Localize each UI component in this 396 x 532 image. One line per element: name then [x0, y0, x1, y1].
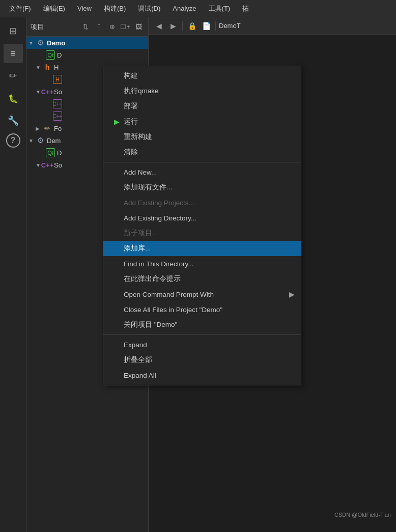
- menu-popup-command-label: 在此弹出命令提示: [124, 274, 181, 284]
- menu-find-in-dir-label: Find in This Directory...: [124, 260, 194, 268]
- folder-cpp2-icon: C++: [43, 160, 52, 170]
- separator-2: [103, 334, 301, 335]
- sidebar-document-icon[interactable]: ≡: [4, 44, 23, 63]
- panel-add-btn[interactable]: ☐+: [120, 21, 131, 33]
- menu-deploy-label: 部署: [124, 102, 138, 111]
- separator-1: [103, 162, 301, 162]
- folder-cpp-icon: C++: [43, 87, 52, 96]
- tree-item-demo-root[interactable]: ▼ ⚙ Demo: [26, 37, 148, 49]
- tree-label: Fo: [54, 125, 62, 132]
- menu-add-existing-file[interactable]: 添加现有文件...: [103, 180, 301, 195]
- menu-view[interactable]: View: [72, 3, 97, 14]
- toolbar-sep1: [182, 21, 183, 31]
- tree-label: So: [54, 161, 62, 169]
- sidebar-wrench-icon[interactable]: 🔧: [4, 111, 23, 130]
- cpp-file-icon2: C++: [53, 111, 62, 121]
- toolbar-back-btn[interactable]: ◀: [153, 20, 165, 32]
- tree-arrow: ▶: [36, 126, 43, 131]
- context-menu: 构建 执行qmake 部署 ▶ 运行 重新构建 清除: [103, 66, 301, 385]
- tree-label: Dem: [47, 137, 61, 145]
- menu-clean-label: 清除: [124, 148, 138, 157]
- toolbar-sep2: [215, 21, 216, 31]
- menu-add-existing-dir[interactable]: Add Existing Directory...: [103, 210, 301, 226]
- panel-funnel-btn[interactable]: ⊺: [93, 21, 104, 33]
- sidebar-question-icon[interactable]: ?: [6, 133, 20, 148]
- menu-add-library-label: 添加库...: [124, 244, 151, 253]
- toolbar-forward-btn[interactable]: ▶: [167, 20, 179, 32]
- sidebar-grid-icon[interactable]: ⊞: [4, 21, 23, 41]
- menu-file[interactable]: 文件(F): [4, 2, 36, 15]
- panel-link-btn[interactable]: ⊕: [106, 21, 118, 33]
- toolbar-lock-btn[interactable]: 🔒: [186, 20, 198, 32]
- editor-toolbar: ◀ ▶ 🔒 📄 DemoT: [149, 17, 396, 35]
- main-layout: ⊞ ≡ ✏ 🐛 🔧 ? 项目 ⇅ ⊺ ⊕ ☐+ 🖼 ▼ ⚙ Demo Qt: [0, 17, 396, 532]
- tree-item-d1[interactable]: Qt D: [26, 49, 148, 61]
- menu-find-in-dir[interactable]: Find in This Directory...: [103, 256, 301, 271]
- menu-add-existing-projects-label: Add Existing Projects...: [124, 199, 194, 207]
- menu-build[interactable]: 构建: [103, 68, 301, 83]
- run-icon: ▶: [111, 118, 122, 126]
- folder-h-icon: h: [43, 63, 52, 72]
- editor-tab-label: DemoT: [219, 22, 241, 30]
- menu-build-label: 构建: [124, 71, 138, 80]
- h-file-icon: H: [53, 75, 62, 84]
- sidebar-pencil-icon[interactable]: ✏: [4, 66, 23, 86]
- toolbar-doc-btn[interactable]: 📄: [200, 20, 212, 32]
- menu-rebuild[interactable]: 重新构建: [103, 129, 301, 145]
- menu-extra[interactable]: 拓: [237, 2, 254, 15]
- menu-add-new[interactable]: Add New...: [103, 164, 301, 180]
- menu-open-prompt-label: Open Command Prompt With: [124, 291, 214, 298]
- menu-close-all-label: Close All Files in Project "Demo": [124, 306, 222, 314]
- menu-close-project[interactable]: 关闭项目 "Demo": [103, 317, 301, 332]
- menu-clean[interactable]: 清除: [103, 145, 301, 160]
- tree-label: D: [57, 149, 62, 157]
- cpp-file-icon: C++: [53, 99, 62, 108]
- tree-label: Demo: [47, 39, 65, 47]
- menu-expand-all[interactable]: Expand All: [103, 368, 301, 383]
- menu-popup-command[interactable]: 在此弹出命令提示: [103, 271, 301, 287]
- menu-edit[interactable]: 编辑(E): [38, 2, 70, 15]
- panel-image-btn[interactable]: 🖼: [133, 21, 144, 33]
- tree-label: So: [54, 88, 62, 96]
- qt-file2-icon: Qt: [46, 148, 55, 157]
- panel-title: 项目: [31, 22, 78, 32]
- menu-add-library[interactable]: 添加库...: [103, 241, 301, 256]
- menu-new-subproject-label: 新子项目...: [124, 229, 158, 238]
- menu-tools[interactable]: 工具(T): [204, 2, 236, 15]
- menu-close-project-label: 关闭项目 "Demo": [124, 320, 177, 329]
- menu-rebuild-label: 重新构建: [124, 132, 152, 142]
- folder-gear2-icon: ⚙: [36, 136, 45, 145]
- tree-label: H: [54, 64, 59, 71]
- menu-deploy[interactable]: 部署: [103, 99, 301, 114]
- menu-collapse-all[interactable]: 折叠全部: [103, 352, 301, 368]
- menu-add-existing-projects: Add Existing Projects...: [103, 195, 301, 210]
- menu-collapse-label: 折叠全部: [124, 355, 152, 365]
- folder-pen-icon: ✏: [43, 124, 52, 133]
- menu-expand-all-label: Expand All: [124, 372, 156, 379]
- menu-add-new-label: Add New...: [124, 169, 157, 176]
- menu-open-prompt-with[interactable]: Open Command Prompt With ▶: [103, 287, 301, 302]
- menu-expand[interactable]: Expand: [103, 337, 301, 352]
- menu-build[interactable]: 构建(B): [99, 2, 131, 15]
- sidebar: ⊞ ≡ ✏ 🐛 🔧 ?: [0, 17, 26, 532]
- menu-run[interactable]: ▶ 运行: [103, 114, 301, 129]
- menu-add-existing-dir-label: Add Existing Directory...: [124, 214, 196, 222]
- qt-file-icon: Qt: [46, 50, 55, 60]
- menu-analyze[interactable]: Analyze: [167, 3, 201, 14]
- menu-expand-label: Expand: [124, 341, 147, 349]
- menu-qmake[interactable]: 执行qmake: [103, 83, 301, 99]
- menu-debug[interactable]: 调试(D): [133, 2, 165, 15]
- menu-run-label: 运行: [124, 117, 138, 126]
- panel-header: 项目 ⇅ ⊺ ⊕ ☐+ 🖼: [26, 17, 148, 37]
- watermark: CSDN @OldField-Tian: [334, 512, 391, 518]
- project-panel: 项目 ⇅ ⊺ ⊕ ☐+ 🖼 ▼ ⚙ Demo Qt D ▼ h: [26, 17, 149, 532]
- sidebar-bug-icon[interactable]: 🐛: [4, 89, 23, 108]
- folder-gear-icon: ⚙: [36, 38, 45, 47]
- menubar: 文件(F) 编辑(E) View 构建(B) 调试(D) Analyze 工具(…: [0, 0, 396, 17]
- submenu-arrow: ▶: [289, 290, 295, 298]
- tree-arrow: ▼: [36, 65, 43, 70]
- menu-close-all-files[interactable]: Close All Files in Project "Demo": [103, 302, 301, 317]
- tree-label: D: [57, 51, 62, 59]
- menu-new-subproject: 新子项目...: [103, 226, 301, 241]
- panel-filter-btn[interactable]: ⇅: [80, 21, 91, 33]
